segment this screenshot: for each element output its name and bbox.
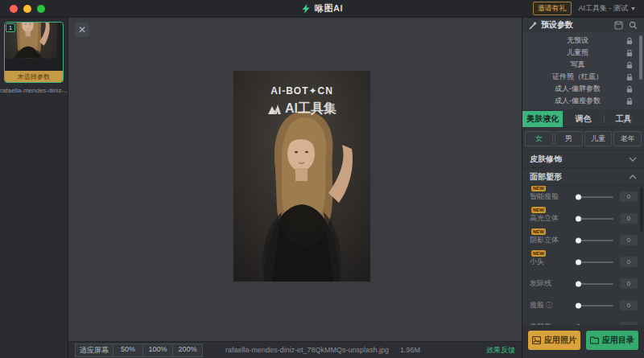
- slider-thumb[interactable]: [576, 281, 581, 286]
- photo-thumbnail[interactable]: 1 未选择参数: [4, 22, 64, 83]
- tab-inactive[interactable]: 工具: [604, 111, 644, 127]
- tab-inactive[interactable]: 调色: [563, 111, 603, 127]
- slider-thumb[interactable]: [576, 324, 581, 325]
- slider-value[interactable]: 0: [620, 300, 638, 311]
- thumbnail-filename: rafaella-mendes-diniz-...: [0, 87, 68, 94]
- search-presets-icon[interactable]: [629, 21, 638, 30]
- maximize-window-button[interactable]: [37, 5, 45, 13]
- slider-label: 智能瘦脸: [530, 191, 559, 202]
- gender-tabs: 女男儿童老年: [522, 128, 644, 150]
- gender-tab[interactable]: 男: [555, 131, 583, 146]
- preset-scrollbar[interactable]: [639, 35, 642, 80]
- preset-item[interactable]: 成人-偏胖参数: [522, 83, 644, 95]
- info-icon[interactable]: ⓘ: [546, 301, 552, 310]
- right-panel: 预设参数 无预设儿童照写真证件照（红底）成人-偏胖参数成人-偏瘦参数 美肤液化调…: [522, 18, 644, 358]
- chevron-up-icon: [629, 175, 637, 179]
- app-title: 咻图AI: [315, 2, 343, 14]
- slider-value[interactable]: 0: [620, 213, 638, 224]
- feedback-link[interactable]: 效果反馈: [486, 345, 515, 356]
- preset-item[interactable]: 写真: [522, 59, 644, 71]
- window-controls: [0, 5, 68, 13]
- lock-icon: [626, 61, 633, 68]
- tool-sections: 皮肤修饰面部塑形: [522, 150, 644, 185]
- slider-label: 瘦脸: [530, 300, 544, 311]
- slider-scrollbar[interactable]: [640, 187, 643, 232]
- preset-item[interactable]: 成人-偏瘦参数: [522, 95, 644, 107]
- preset-item[interactable]: 无预设: [522, 35, 644, 47]
- new-badge: NEW: [531, 207, 546, 213]
- status-filename: rafaella-mendes-diniz-et_78QkMMQs-unspla…: [225, 346, 389, 354]
- preset-item[interactable]: 证件照（红底）: [522, 71, 644, 83]
- apply-photo-label: 应用照片: [544, 335, 576, 346]
- preview-image: [233, 71, 370, 282]
- slider-row: NEW小头0: [522, 251, 644, 273]
- slider-track[interactable]: [576, 196, 613, 198]
- section-header[interactable]: 面部塑形: [522, 167, 644, 185]
- minimize-window-button[interactable]: [23, 5, 31, 13]
- slider-thumb[interactable]: [576, 216, 581, 221]
- app-window: 咻图AI 邀请有礼 AI工具集 - 测试 ▼ 1 未选择参数 rafaella-…: [0, 0, 644, 358]
- slider-value[interactable]: 0: [620, 191, 638, 202]
- gender-tab[interactable]: 老年: [613, 131, 642, 146]
- slider-track[interactable]: [576, 261, 613, 263]
- chevron-down-icon: [629, 157, 637, 162]
- slider-label: 发际线: [530, 278, 551, 289]
- slider-thumb[interactable]: [576, 302, 581, 308]
- slider-row: NEW智能瘦脸0: [522, 186, 644, 208]
- gender-tab[interactable]: 女: [525, 131, 553, 146]
- close-image-button[interactable]: ✕: [75, 23, 89, 37]
- workspace-label: AI工具集 - 测试: [579, 3, 629, 14]
- apply-folder-button[interactable]: 应用目录: [586, 331, 638, 350]
- slider-row: 发际线0: [522, 273, 644, 294]
- editor-canvas[interactable]: ✕ AI-BOT✦CN AI工具集: [68, 18, 522, 342]
- zoom-200-button[interactable]: 200%: [172, 344, 203, 357]
- thumbnail-index-badge: 1: [6, 23, 15, 32]
- folder-icon: [590, 336, 599, 344]
- slider-thumb[interactable]: [576, 194, 581, 200]
- lock-icon: [626, 49, 633, 56]
- thumbnail-status-banner: 未选择参数: [5, 71, 63, 82]
- slider-value[interactable]: 0: [620, 322, 638, 325]
- slider-value[interactable]: 0: [620, 235, 638, 245]
- magic-wand-icon: [529, 21, 538, 30]
- feature-tabs: 美肤液化调色工具: [522, 111, 644, 128]
- slider-track[interactable]: [576, 218, 613, 220]
- app-logo-icon: [301, 4, 311, 14]
- section-label: 面部塑形: [530, 171, 562, 183]
- preview-photo: AI-BOT✦CN AI工具集: [233, 71, 370, 282]
- gender-tab[interactable]: 儿童: [584, 131, 613, 146]
- close-window-button[interactable]: [10, 5, 18, 13]
- new-badge: NEW: [531, 185, 546, 191]
- apply-folder-label: 应用目录: [602, 335, 634, 346]
- slider-thumb[interactable]: [576, 237, 581, 243]
- slider-row: 瘦脸ⓘ0: [522, 294, 644, 316]
- manage-presets-icon[interactable]: [614, 21, 623, 30]
- lock-icon: [626, 73, 633, 80]
- slider-track[interactable]: [576, 240, 613, 241]
- tab-active[interactable]: 美肤液化: [522, 111, 563, 127]
- slider-value[interactable]: 0: [620, 278, 638, 289]
- slider-value[interactable]: 0: [620, 257, 638, 267]
- section-label: 皮肤修饰: [530, 154, 562, 165]
- slider-label: 高光立体: [530, 213, 559, 224]
- lock-icon: [626, 97, 633, 105]
- image-icon: [532, 336, 541, 344]
- slider-track[interactable]: [576, 283, 613, 285]
- zoom-50-button[interactable]: 50%: [113, 344, 143, 357]
- slider-row: 瘦颧骨0: [522, 316, 644, 325]
- section-header[interactable]: 皮肤修饰: [522, 150, 644, 167]
- zoom-100-button[interactable]: 100%: [142, 344, 173, 357]
- slider-row: NEW高光立体0: [522, 208, 644, 229]
- workspace-selector[interactable]: AI工具集 - 测试 ▼: [579, 3, 636, 14]
- status-filesize: 1.96M: [400, 346, 420, 354]
- preset-item[interactable]: 儿童照: [522, 47, 644, 59]
- apply-photo-button[interactable]: 应用照片: [528, 331, 580, 350]
- slider-thumb[interactable]: [576, 259, 581, 265]
- slider-track[interactable]: [576, 305, 613, 307]
- preset-list: 无预设儿童照写真证件照（红底）成人-偏胖参数成人-偏瘦参数: [522, 32, 644, 109]
- invite-button[interactable]: 邀请有礼: [533, 2, 572, 15]
- titlebar: 咻图AI 邀请有礼 AI工具集 - 测试 ▼: [0, 0, 644, 18]
- fit-screen-button[interactable]: 适应屏幕: [75, 344, 114, 357]
- slider-label: 小头: [530, 257, 544, 267]
- slider-list: NEW智能瘦脸0NEW高光立体0NEW阴影立体0NEW小头0发际线0瘦脸ⓘ0瘦颧…: [522, 185, 644, 325]
